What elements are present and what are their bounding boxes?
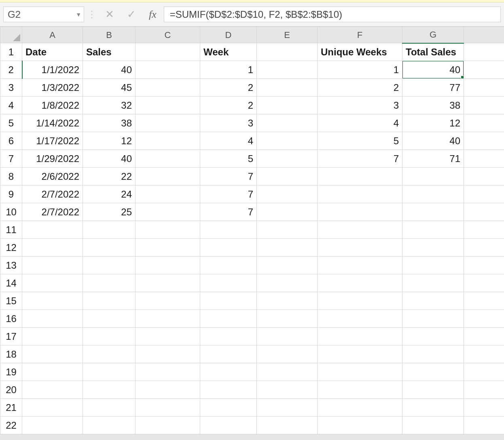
row-header-8[interactable]: 8 [0,168,22,185]
cell-G6[interactable]: 40 [402,132,464,150]
cell-D5[interactable]: 3 [200,114,257,132]
row-header-12[interactable]: 12 [0,239,22,257]
cell-G3[interactable]: 77 [402,79,464,97]
cell-extra-7[interactable] [464,150,504,168]
cell-F19[interactable] [318,363,402,381]
cell-D17[interactable] [200,328,257,345]
cell-F9[interactable] [318,185,402,203]
formula-input[interactable]: =SUMIF($D$2:$D$10, F2, $B$2:$B$10) [164,6,501,22]
cell-E19[interactable] [257,363,318,381]
cell-C15[interactable] [136,292,200,310]
cell-extra-4[interactable] [464,97,504,114]
cell-B9[interactable]: 24 [83,185,136,203]
cell-D15[interactable] [200,292,257,310]
cell-A16[interactable] [22,310,83,328]
cell-B2[interactable]: 40 [83,61,136,79]
cell-A5[interactable]: 1/14/2022 [22,114,83,132]
cell-extra-8[interactable] [464,168,504,185]
cell-A21[interactable] [22,399,83,417]
cell-F8[interactable] [318,168,402,185]
col-header-extra[interactable] [464,27,504,43]
cell-B18[interactable] [83,345,136,363]
cell-C6[interactable] [136,132,200,150]
cell-extra-6[interactable] [464,132,504,150]
cell-F16[interactable] [318,310,402,328]
cell-C7[interactable] [136,150,200,168]
cell-A8[interactable]: 2/6/2022 [22,168,83,185]
cell-G11[interactable] [402,221,464,239]
cell-A20[interactable] [22,381,83,399]
cell-A10[interactable]: 2/7/2022 [22,203,83,221]
cell-extra-17[interactable] [464,328,504,345]
cell-E22[interactable] [257,417,318,434]
cell-B11[interactable] [83,221,136,239]
enter-icon[interactable]: ✓ [127,8,136,21]
row-header-13[interactable]: 13 [0,257,22,274]
row-header-17[interactable]: 17 [0,328,22,345]
cell-D18[interactable] [200,345,257,363]
cell-F13[interactable] [318,257,402,274]
cell-extra-9[interactable] [464,185,504,203]
cell-A12[interactable] [22,239,83,257]
col-header-G[interactable]: G [402,27,464,43]
cell-F6[interactable]: 5 [318,132,402,150]
select-all-button[interactable] [0,27,22,43]
cell-G17[interactable] [402,328,464,345]
cell-D8[interactable]: 7 [200,168,257,185]
cell-E13[interactable] [257,257,318,274]
cell-G2[interactable]: 40 [402,61,464,79]
cell-C2[interactable] [136,61,200,79]
cell-G14[interactable] [402,274,464,292]
cell-F17[interactable] [318,328,402,345]
cell-E21[interactable] [257,399,318,417]
cell-extra-15[interactable] [464,292,504,310]
cell-E8[interactable] [257,168,318,185]
cell-E15[interactable] [257,292,318,310]
cell-extra-14[interactable] [464,274,504,292]
cell-extra-22[interactable] [464,417,504,434]
cell-D7[interactable]: 5 [200,150,257,168]
cell-D10[interactable]: 7 [200,203,257,221]
row-header-1[interactable]: 1 [0,43,22,61]
cell-G20[interactable] [402,381,464,399]
row-header-2[interactable]: 2 [0,61,22,79]
cell-F21[interactable] [318,399,402,417]
cell-extra-21[interactable] [464,399,504,417]
cell-B10[interactable]: 25 [83,203,136,221]
cell-A1[interactable]: Date [22,43,83,61]
row-header-5[interactable]: 5 [0,114,22,132]
cell-B21[interactable] [83,399,136,417]
cell-D13[interactable] [200,257,257,274]
cell-E16[interactable] [257,310,318,328]
cell-G22[interactable] [402,417,464,434]
cell-B15[interactable] [83,292,136,310]
cell-extra-16[interactable] [464,310,504,328]
cell-E20[interactable] [257,381,318,399]
col-header-B[interactable]: B [83,27,136,43]
cell-F11[interactable] [318,221,402,239]
cell-F4[interactable]: 3 [318,97,402,114]
cell-E6[interactable] [257,132,318,150]
cell-C11[interactable] [136,221,200,239]
cell-E5[interactable] [257,114,318,132]
cell-C4[interactable] [136,97,200,114]
cell-B5[interactable]: 38 [83,114,136,132]
col-header-C[interactable]: C [136,27,200,43]
cell-G9[interactable] [402,185,464,203]
fx-icon[interactable]: fx [143,2,162,26]
cell-E14[interactable] [257,274,318,292]
cell-D11[interactable] [200,221,257,239]
cell-E12[interactable] [257,239,318,257]
cell-C14[interactable] [136,274,200,292]
cell-D21[interactable] [200,399,257,417]
cell-extra-2[interactable] [464,61,504,79]
col-header-A[interactable]: A [22,27,83,43]
cell-D4[interactable]: 2 [200,97,257,114]
cell-B19[interactable] [83,363,136,381]
cell-F22[interactable] [318,417,402,434]
cell-F20[interactable] [318,381,402,399]
cell-A17[interactable] [22,328,83,345]
row-header-22[interactable]: 22 [0,417,22,434]
cell-extra-11[interactable] [464,221,504,239]
cell-B17[interactable] [83,328,136,345]
